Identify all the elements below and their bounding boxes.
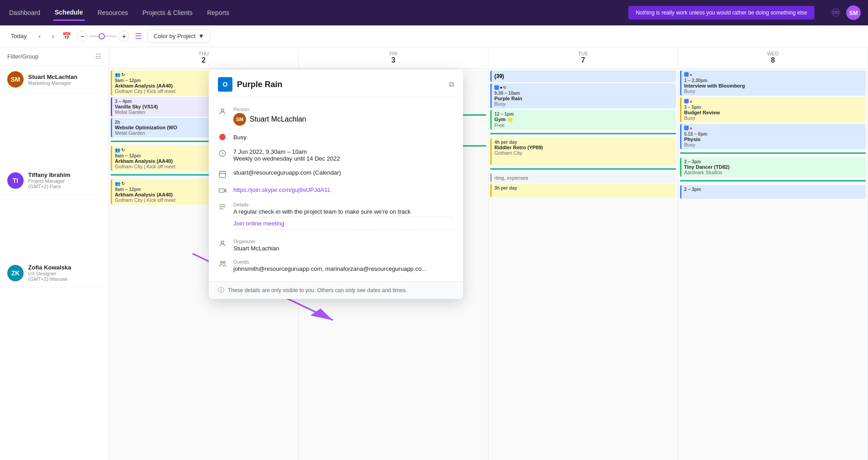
event-subtitle: Busy [684, 88, 863, 94]
event-title: Riddler Retro (YP89) [494, 145, 673, 150]
event-time: 1 – 2.30pm [684, 78, 863, 83]
square-icon3 [684, 99, 689, 103]
zoom-in-button[interactable]: + [118, 31, 129, 42]
zoom-control: − + [77, 31, 129, 42]
popup-title: Purple Rain [237, 80, 444, 89]
event-budget-wed8[interactable]: ● 3 – 5pm Budget Review Busy [680, 97, 866, 122]
event-3hperday-zofia[interactable]: 3h per day [490, 184, 676, 197]
today-button[interactable]: Today [7, 31, 30, 41]
popup-guests-label: Guests [233, 259, 454, 264]
svg-point-7 [221, 241, 224, 244]
color-by-dropdown[interactable]: Color by Project ▼ [148, 29, 210, 43]
event-zofia-wed8[interactable]: 2 – 3pm [680, 185, 866, 199]
event-reporting-zofia[interactable]: rting, expenses [490, 173, 676, 182]
person-info-zofia: Zofia Kowalska UX Designer (GMT+2) Warsa… [28, 264, 101, 282]
filter-row: Filter/Group ☷ [0, 47, 108, 66]
calendar-icon[interactable]: 📅 [62, 32, 71, 40]
square-icon2 [684, 72, 689, 77]
filter-label: Filter/Group [7, 53, 39, 60]
popup-busy-row: Busy [218, 129, 454, 145]
event-4hperday-tue7[interactable]: 4h per day Riddler Retro (YP89) Gotham C… [490, 138, 676, 165]
svg-point-9 [223, 261, 226, 264]
person-info-stuart: Stuart McLachlan Marketing Manager [28, 73, 101, 86]
tiffany-wed8-block: 2 – 3pm Tiny Dancer (TD82) Aardvark Stud… [680, 157, 866, 181]
stuart-wed8-block: ● 1 – 2.30pm Interview with Bloomberg Bu… [680, 70, 866, 154]
toolbar: Today ‹ › 📅 − + ☰ Color by Project ▼ [0, 25, 868, 47]
details-icon [218, 203, 227, 211]
person-row-stuart[interactable]: SM Stuart McLachlan Marketing Manager [0, 66, 108, 93]
zoom-out-button[interactable]: − [77, 31, 88, 42]
person-name-zofia: Zofia Kowalska [28, 264, 101, 271]
day-num-thu2: 2 [111, 56, 296, 64]
event-time: 3 – 5pm [684, 105, 863, 110]
event-time: 9.30 – 10am [494, 91, 673, 96]
person-row-zofia[interactable]: ZK Zofia Kowalska UX Designer (GMT+2) Wa… [0, 259, 108, 288]
sidebar: Filter/Group ☷ SM Stuart McLachlan Marke… [0, 47, 109, 460]
nav-reports[interactable]: Reports [205, 5, 231, 20]
event-subtitle: rting, expenses [494, 175, 673, 181]
app-logo-icon[interactable]: ♾ [831, 6, 841, 19]
zoom-slider[interactable] [89, 35, 117, 37]
nav-dashboard[interactable]: Dashboard [7, 5, 42, 20]
external-link-icon[interactable]: ⧉ [449, 80, 454, 88]
nav-schedule[interactable]: Schedule [53, 5, 85, 21]
person-icon [218, 108, 227, 116]
next-arrow-icon[interactable]: › [49, 31, 57, 41]
chevron-down-icon: ▼ [198, 33, 204, 39]
avatar-zofia: ZK [7, 265, 24, 281]
tiffany-spacer [0, 195, 108, 259]
day-body-tue7: (39) ● ↻ 9.30 – 10am Purple Rain Busy [488, 69, 678, 460]
day-wed8: WED 8 ● 1 – 2.30pm Interview with Bloomb… [678, 47, 868, 460]
filter-icon[interactable]: ☷ [95, 53, 101, 60]
event-physio-wed8[interactable]: ● 5.15 – 6pm Physio Busy [680, 124, 866, 149]
repeat-icon2: ↻ [503, 85, 507, 90]
popup-footer: ⓘ These details are only visible to you.… [209, 281, 463, 299]
event-popup: O Purple Rain ⧉ Person SM [209, 70, 463, 299]
event-time: 4h per day [494, 140, 673, 145]
event-purple-rain-tue7[interactable]: ● ↻ 9.30 – 10am Purple Rain Busy [490, 83, 676, 108]
list-view-icon[interactable]: ☰ [135, 31, 142, 41]
nav-icons: ♾ SM [831, 5, 861, 20]
popup-organizer-content: Organizer Stuart McLachlan [233, 239, 454, 252]
day-num-fri3: 3 [301, 56, 486, 64]
event-time: 12 – 1pm [494, 112, 673, 117]
popup-join-link[interactable]: Join online meeting [233, 220, 284, 227]
person-role-stuart: Marketing Manager [28, 80, 101, 86]
busy-dot-icon [219, 134, 226, 140]
day-num-wed8: 8 [680, 56, 866, 64]
person-tz-zofia: (GMT+2) Warsaw [28, 276, 101, 282]
svg-point-8 [221, 261, 223, 264]
tiffany-tue7-block: 4h per day Riddler Retro (YP89) Gotham C… [490, 138, 676, 170]
event-title: Purple Rain [494, 96, 673, 101]
nav-projects-clients[interactable]: Projects & Clients [141, 5, 194, 20]
event-title: Physio [684, 137, 863, 142]
svg-rect-2 [219, 171, 226, 178]
dot3-icon: ● [690, 99, 692, 104]
popup-skype-link[interactable]: https://join.skype.com/guj9sUPJdA1L [233, 186, 331, 193]
popup-guests-row: Guests johnsmith@resourceguruapp.com, ma… [218, 255, 454, 276]
event-interview-wed8[interactable]: ● 1 – 2.30pm Interview with Bloomberg Bu… [680, 70, 866, 96]
event-39-tue7[interactable]: (39) [490, 70, 676, 82]
nav-resources[interactable]: Resources [96, 5, 130, 20]
popup-person-label: Person [233, 107, 454, 112]
popup-details-value: A regular check-in with the project team… [233, 208, 454, 215]
zoom-thumb[interactable] [99, 33, 105, 39]
person-role-tiffany: Project Manager [28, 178, 101, 184]
day-header-thu2: THU 2 [109, 47, 298, 69]
group-icon: 👥 [115, 181, 120, 186]
person-info-tiffany: Tiffany Ibrahim Project Manager (GMT+2) … [28, 171, 101, 189]
popup-calendar-value: stuart@resourceguruapp.com (Calendar) [233, 169, 454, 176]
user-avatar[interactable]: SM [846, 5, 861, 20]
prev-arrow-icon[interactable]: ‹ [36, 31, 44, 41]
popup-divider-top [233, 217, 454, 217]
event-tiny-dancer-wed8[interactable]: 2 – 3pm Tiny Dancer (TD82) Aardvark Stud… [680, 157, 866, 177]
day-tue7: TUE 7 (39) ● ↻ 9.30 – 10am [488, 47, 678, 460]
person-row-tiffany[interactable]: TI Tiffany Ibrahim Project Manager (GMT+… [0, 166, 108, 195]
person-tz-tiffany: (GMT+2) Paris [28, 184, 101, 189]
popup-guests-content: Guests johnsmith@resourceguruapp.com, ma… [233, 259, 454, 272]
event-gym-tue7[interactable]: 12 – 1pm Gym 🌟 Free [490, 110, 676, 130]
popup-organizer-row: Organizer Stuart McLachlan [218, 235, 454, 255]
popup-details-row: Details A regular check-in with the proj… [218, 198, 454, 235]
svg-rect-3 [219, 189, 224, 192]
event-title: Budget Review [684, 110, 863, 115]
